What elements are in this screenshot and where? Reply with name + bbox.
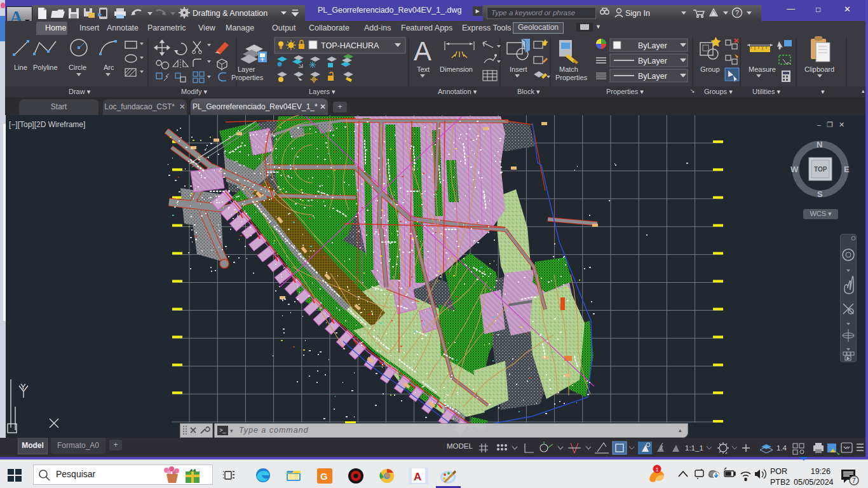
svg-text:1:1_1: 1:1_1 <box>685 444 703 452</box>
svg-text:7: 7 <box>852 477 856 484</box>
svg-text:ByLayer: ByLayer <box>638 72 667 81</box>
svg-text:N: N <box>817 140 822 149</box>
svg-text:Circle: Circle <box>69 64 86 71</box>
svg-text:Properties: Properties <box>555 74 588 81</box>
svg-text:TOP-HACHURA: TOP-HACHURA <box>321 41 379 50</box>
svg-text:Text: Text <box>417 65 430 73</box>
svg-text:Y: Y <box>20 382 26 391</box>
svg-text:Properties: Properties <box>231 74 264 81</box>
svg-text:E: E <box>844 165 850 174</box>
svg-text:Arc: Arc <box>104 64 114 71</box>
svg-text:Group: Group <box>700 65 720 73</box>
svg-text:Sign In: Sign In <box>625 9 650 18</box>
svg-text:Clipboard: Clipboard <box>804 65 834 73</box>
svg-text:1: 1 <box>656 466 659 473</box>
svg-text:Polyline: Polyline <box>33 64 58 71</box>
svg-text:S: S <box>817 189 823 199</box>
svg-text:Match: Match <box>559 65 578 73</box>
svg-text:Line: Line <box>14 64 27 71</box>
svg-text:A: A <box>414 471 421 483</box>
svg-text:?: ? <box>735 9 739 17</box>
svg-text:Drafting & Annotation: Drafting & Annotation <box>193 9 268 18</box>
svg-text:Layer: Layer <box>238 65 255 73</box>
svg-text:ByLayer: ByLayer <box>638 41 667 50</box>
svg-text:ByLayer: ByLayer <box>638 57 667 65</box>
svg-text:A: A <box>414 36 431 66</box>
svg-text:1.4: 1.4 <box>776 444 787 452</box>
svg-text:G: G <box>320 471 328 482</box>
svg-text:TOP: TOP <box>814 166 827 173</box>
svg-text:Measure: Measure <box>749 65 776 73</box>
svg-text:W: W <box>790 165 799 174</box>
svg-text:Insert: Insert <box>510 65 527 73</box>
svg-text:Dimension: Dimension <box>440 65 473 73</box>
